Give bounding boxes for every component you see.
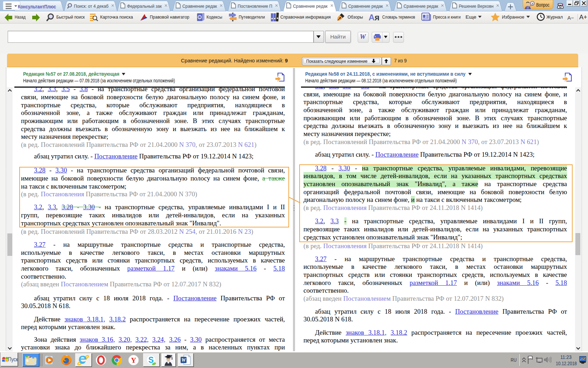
svg-text:W: W bbox=[181, 357, 186, 363]
svg-text:Y: Y bbox=[131, 356, 136, 364]
svg-text:?: ? bbox=[531, 2, 533, 6]
